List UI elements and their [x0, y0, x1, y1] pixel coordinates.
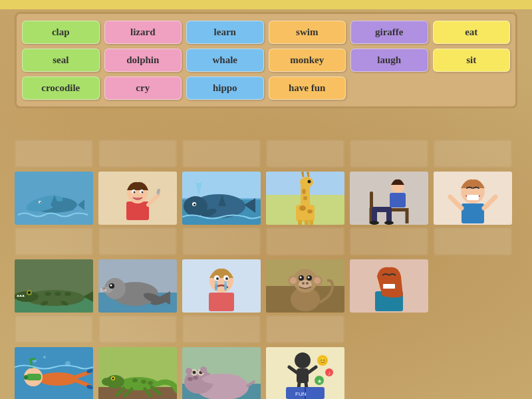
svg-point-76	[55, 292, 61, 296]
row2-images	[15, 258, 512, 313]
slot-r3c4[interactable]	[266, 315, 344, 343]
svg-rect-168	[297, 368, 309, 383]
svg-point-128	[38, 372, 78, 386]
svg-rect-131	[24, 375, 28, 380]
svg-rect-52	[390, 193, 406, 207]
slot-r2c2[interactable]	[98, 227, 177, 255]
slot-r2c1[interactable]	[15, 227, 93, 255]
svg-rect-61	[467, 195, 479, 200]
word-eat[interactable]: eat	[433, 21, 511, 44]
svg-point-43	[307, 209, 313, 213]
slot-r2c4[interactable]	[266, 227, 344, 255]
svg-text:FUN: FUN	[295, 391, 307, 397]
svg-point-156	[188, 377, 193, 381]
photo-laugh	[434, 172, 512, 225]
row1-images	[15, 170, 512, 225]
svg-point-7	[40, 202, 41, 203]
slot-r1c3[interactable]	[182, 140, 261, 168]
svg-rect-41	[309, 220, 313, 225]
word-clap[interactable]: clap	[22, 21, 100, 44]
svg-rect-59	[462, 203, 484, 223]
svg-rect-55	[386, 210, 392, 222]
word-giraffe[interactable]: giraffe	[350, 21, 428, 44]
slot-r1c1[interactable]	[15, 140, 93, 168]
word-crocodile[interactable]: crocodile	[22, 76, 100, 100]
svg-point-99	[216, 277, 219, 280]
svg-point-42	[299, 205, 306, 211]
word-monkey[interactable]: monkey	[269, 49, 346, 72]
svg-point-57	[384, 221, 394, 225]
photo-crocodile	[15, 259, 93, 313]
word-whale[interactable]: whale	[186, 49, 264, 72]
svg-point-73	[28, 291, 31, 294]
svg-point-103	[215, 284, 217, 291]
svg-point-116	[300, 277, 302, 279]
word-cry[interactable]: cry	[104, 76, 182, 100]
photo-hippo	[182, 347, 261, 399]
slot-r3c1[interactable]	[15, 315, 93, 343]
photo-cry	[182, 259, 261, 313]
photo-dolphin	[15, 172, 93, 225]
word-hippo[interactable]: hippo	[186, 76, 264, 100]
svg-line-132	[31, 359, 32, 368]
svg-point-161	[193, 371, 196, 374]
top-border	[0, 0, 532, 9]
word-swim[interactable]: swim	[269, 21, 346, 44]
svg-point-44	[302, 189, 306, 194]
word-laugh[interactable]: laugh	[350, 49, 428, 72]
slot-r2c5[interactable]	[350, 227, 428, 255]
svg-point-149	[132, 378, 138, 382]
svg-point-37	[307, 172, 309, 174]
svg-point-28	[194, 203, 196, 205]
photo-swim	[15, 347, 93, 399]
svg-point-36	[301, 172, 304, 174]
word-learn[interactable]: learn	[186, 21, 264, 44]
photo-empty-r2	[434, 259, 512, 313]
row3-images: 😊 ♪ ★ FUN	[15, 346, 344, 399]
photo-eat	[98, 172, 177, 225]
svg-point-75	[45, 292, 51, 296]
svg-rect-54	[372, 210, 377, 222]
svg-point-104	[224, 284, 227, 291]
svg-point-142	[102, 378, 112, 386]
svg-rect-39	[298, 220, 302, 225]
row3-slots	[15, 315, 344, 343]
photo-whale	[182, 172, 261, 225]
slot-r1c2[interactable]	[98, 140, 177, 168]
svg-rect-130	[27, 374, 41, 380]
svg-point-13	[134, 192, 136, 194]
svg-point-77	[65, 292, 71, 296]
slot-r1c6[interactable]	[434, 140, 512, 168]
svg-point-167	[295, 352, 311, 368]
slot-r3c2[interactable]	[98, 315, 177, 343]
svg-point-56	[370, 221, 379, 225]
slot-r1c5[interactable]	[350, 140, 428, 168]
slot-r1c4[interactable]	[266, 140, 344, 168]
word-lizard[interactable]: lizard	[104, 21, 182, 44]
svg-text:★: ★	[317, 378, 322, 384]
slot-r3c3[interactable]	[182, 315, 261, 343]
photo-seal	[98, 259, 177, 313]
word-sit[interactable]: sit	[433, 49, 511, 72]
svg-rect-40	[305, 220, 309, 225]
photo-monkey	[266, 259, 344, 313]
svg-point-90	[110, 285, 112, 287]
svg-point-117	[308, 277, 310, 279]
word-havefun[interactable]: have fun	[269, 76, 346, 100]
svg-point-100	[225, 277, 228, 280]
svg-point-14	[142, 192, 144, 194]
svg-text:😊: 😊	[319, 356, 327, 365]
slot-r2c6[interactable]	[434, 227, 512, 255]
answer-grid: 😊 ♪ ★ FUN	[15, 140, 517, 392]
svg-point-144	[112, 378, 114, 380]
svg-point-150	[141, 380, 146, 384]
word-seal[interactable]: seal	[22, 49, 100, 72]
word-dolphin[interactable]: dolphin	[104, 49, 182, 72]
svg-rect-20	[182, 172, 261, 198]
row1-slots	[15, 140, 512, 168]
row2-slots	[15, 227, 512, 255]
word-bank: clap lizard learn swim giraffe eat seal …	[15, 12, 517, 108]
svg-text:♪: ♪	[328, 370, 331, 376]
svg-point-151	[148, 381, 153, 385]
slot-r2c3[interactable]	[182, 227, 261, 255]
